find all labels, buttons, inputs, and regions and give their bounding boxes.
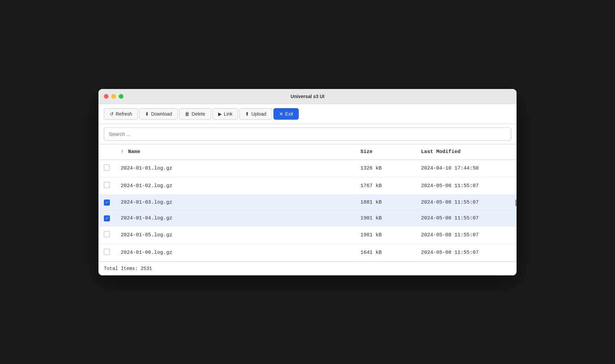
row-filename: 2024-01-01.log.gz [115, 159, 355, 177]
file-table: ↑ Name Size Last Modified 2024-01-01.log… [98, 144, 517, 262]
link-icon: ▶ [218, 111, 222, 117]
row-last-modified: 2024-05-08 11:55:07 [416, 177, 517, 194]
row-checkbox[interactable] [104, 249, 110, 255]
header-last-modified[interactable]: Last Modified [416, 144, 517, 160]
exit-button[interactable]: ✕ Exit [273, 108, 299, 120]
row-filename: 2024-01-03.log.gz [115, 194, 355, 210]
row-checkbox[interactable] [104, 215, 110, 221]
status-bar: Total Items: 2531 [98, 262, 517, 275]
table-row[interactable]: 2024-01-03.log.gz1881 kB2024-05-08 11:55… [98, 194, 517, 210]
download-icon: ⬇ [145, 111, 149, 117]
upload-label: Upload [251, 111, 266, 117]
row-size: 1641 kB [355, 244, 416, 261]
row-filename: 2024-01-04.log.gz [115, 210, 355, 226]
delete-label: Delete [192, 111, 205, 117]
delete-icon: 🗑 [185, 111, 189, 117]
refresh-label: Refresh [116, 111, 132, 117]
row-size: 1981 kB [355, 226, 416, 244]
table-row[interactable]: 2024-01-04.log.gz1901 kB2024-05-08 11:55… [98, 210, 517, 226]
maximize-button[interactable] [119, 94, 123, 99]
total-items-label: Total Items: 2531 [104, 266, 152, 271]
exit-label: Exit [285, 111, 293, 117]
row-checkbox[interactable] [104, 164, 110, 171]
table-row[interactable]: 2024-01-06.log.gz1641 kB2024-05-08 11:55… [98, 244, 517, 261]
title-bar: Universal s3 UI [98, 89, 517, 104]
header-check [98, 144, 115, 160]
table-row[interactable]: 2024-01-02.log.gz1767 kB2024-05-08 11:55… [98, 177, 517, 194]
row-checkbox-cell [98, 194, 115, 210]
row-filename: 2024-01-06.log.gz [115, 244, 355, 261]
scrollbar[interactable] [515, 200, 517, 206]
close-button[interactable] [104, 94, 109, 99]
row-last-modified: 2024-05-08 11:55:07 [416, 226, 517, 244]
window-title: Universal s3 UI [291, 94, 324, 99]
header-name[interactable]: ↑ Name [115, 144, 355, 160]
main-window: Universal s3 UI ↺ Refresh ⬇ Download 🗑 D… [98, 89, 517, 275]
refresh-button[interactable]: ↺ Refresh [104, 108, 138, 120]
row-size: 1901 kB [355, 210, 416, 226]
row-filename: 2024-01-05.log.gz [115, 226, 355, 244]
refresh-icon: ↺ [110, 111, 114, 117]
row-size: 1881 kB [355, 194, 416, 210]
row-checkbox-cell [98, 177, 115, 194]
row-size: 1326 kB [355, 159, 416, 177]
sort-icon: ↑ [121, 149, 124, 155]
delete-button[interactable]: 🗑 Delete [179, 108, 211, 120]
table-header: ↑ Name Size Last Modified [98, 144, 517, 160]
row-last-modified: 2024-05-08 11:55:07 [416, 244, 517, 261]
table-row[interactable]: 2024-01-01.log.gz1326 kB2024-04-10 17:44… [98, 159, 517, 177]
upload-icon: ⬆ [245, 111, 249, 117]
row-checkbox[interactable] [104, 200, 110, 206]
link-label: Link [224, 111, 233, 117]
exit-icon: ✕ [279, 111, 283, 117]
download-label: Download [151, 111, 172, 117]
table-body: 2024-01-01.log.gz1326 kB2024-04-10 17:44… [98, 159, 517, 261]
row-checkbox-cell [98, 159, 115, 177]
row-last-modified: 2024-04-10 17:44:50 [416, 159, 517, 177]
file-table-container: ↑ Name Size Last Modified 2024-01-01.log… [98, 144, 517, 262]
row-checkbox-cell [98, 244, 115, 261]
table-row[interactable]: 2024-01-05.log.gz1981 kB2024-05-08 11:55… [98, 226, 517, 244]
search-input[interactable] [104, 127, 511, 141]
search-container [98, 124, 517, 144]
upload-button[interactable]: ⬆ Upload [239, 108, 272, 120]
download-button[interactable]: ⬇ Download [139, 108, 178, 120]
row-checkbox-cell [98, 210, 115, 226]
row-checkbox[interactable] [104, 182, 110, 188]
link-button[interactable]: ▶ Link [212, 108, 238, 120]
row-size: 1767 kB [355, 177, 416, 194]
toolbar: ↺ Refresh ⬇ Download 🗑 Delete ▶ Link ⬆ U… [98, 104, 517, 124]
window-controls [104, 94, 123, 99]
row-checkbox-cell [98, 226, 115, 244]
row-last-modified: 2024-05-08 11:55:07 [416, 194, 517, 210]
minimize-button[interactable] [111, 94, 116, 99]
header-size[interactable]: Size [355, 144, 416, 160]
row-filename: 2024-01-02.log.gz [115, 177, 355, 194]
row-last-modified: 2024-05-08 11:55:07 [416, 210, 517, 226]
row-checkbox[interactable] [104, 231, 110, 237]
